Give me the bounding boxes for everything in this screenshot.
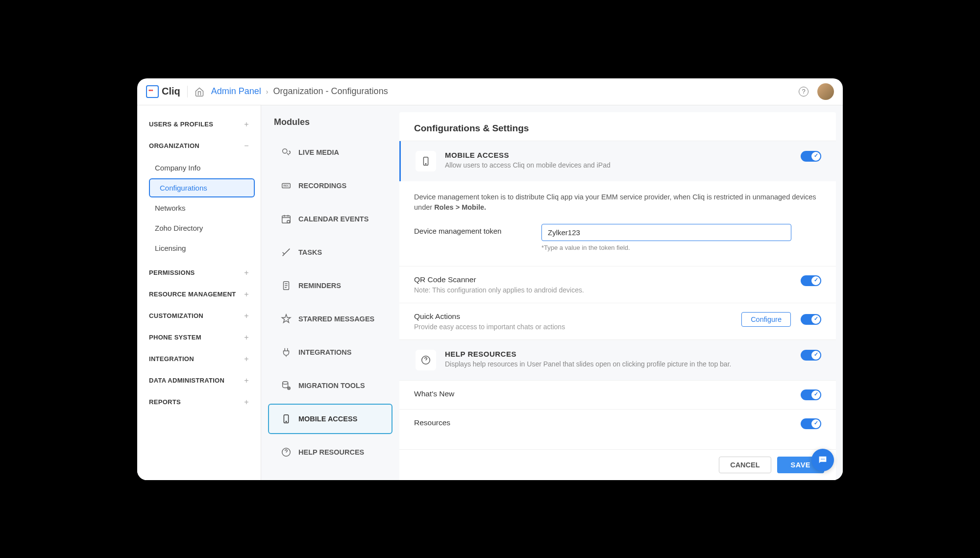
app-logo[interactable]: Cliq — [146, 85, 180, 98]
token-label: Device management token — [414, 224, 522, 235]
plus-icon: + — [244, 120, 249, 129]
svg-point-0 — [283, 148, 287, 153]
svg-point-4 — [287, 220, 290, 223]
home-icon[interactable] — [195, 87, 204, 97]
help-icon — [281, 447, 292, 458]
nav-permissions[interactable]: PERMISSIONS+ — [137, 264, 261, 282]
nav-zoho-directory[interactable]: Zoho Directory — [137, 218, 261, 238]
svg-point-16 — [821, 459, 822, 460]
nav-phone-system[interactable]: PHONE SYSTEM+ — [137, 328, 261, 347]
token-hint: *Type a value in the token field. — [541, 244, 821, 251]
integrations-icon — [281, 347, 292, 358]
tasks-icon — [281, 247, 292, 258]
svg-point-17 — [822, 459, 823, 460]
modules-panel: Modules LIVE MEDIA REC RECORDINGS CALEND… — [261, 105, 399, 480]
reminders-icon — [281, 280, 292, 291]
toggle-mobile-access[interactable] — [801, 151, 821, 162]
quick-desc: Provide easy access to important chats o… — [414, 323, 741, 331]
toggle-resources[interactable] — [801, 418, 821, 429]
mobile-icon — [281, 413, 292, 424]
plus-icon: + — [244, 312, 249, 320]
content-title: Configurations & Settings — [399, 112, 836, 141]
module-migration[interactable]: MIGRATION TOOLS — [268, 370, 392, 401]
breadcrumb-admin[interactable]: Admin Panel — [211, 86, 261, 97]
nav-networks[interactable]: Networks — [137, 198, 261, 218]
module-integrations[interactable]: INTEGRATIONS — [268, 337, 392, 367]
topbar: Cliq Admin Panel › Organization - Config… — [137, 78, 843, 105]
module-reminders[interactable]: REMINDERS — [268, 270, 392, 301]
sub-row-whatsnew: What's New — [399, 380, 836, 409]
nav-licensing[interactable]: Licensing — [137, 239, 261, 258]
module-tasks[interactable]: TASKS — [268, 237, 392, 267]
chat-fab[interactable] — [811, 449, 834, 471]
cancel-button[interactable]: CANCEL — [719, 457, 771, 473]
cliq-logo-icon — [146, 85, 159, 98]
content-body: MOBILE ACCESS Allow users to access Cliq… — [399, 141, 836, 449]
nav-company-info[interactable]: Company Info — [137, 158, 261, 177]
help-icon[interactable]: ? — [799, 87, 808, 97]
toggle-help-resources[interactable] — [801, 350, 821, 361]
form-row-token: Device management token *Type a value in… — [414, 224, 821, 251]
nav-reports[interactable]: REPORTS+ — [137, 393, 261, 412]
mobile-body-text: Device management token is to distribute… — [414, 192, 821, 214]
app-name: Cliq — [162, 86, 180, 97]
module-calendar[interactable]: CALENDAR EVENTS — [268, 204, 392, 234]
resources-title: Resources — [414, 418, 801, 427]
section-desc-help: Displays help resources in User Panel th… — [445, 360, 792, 368]
calendar-icon — [281, 214, 292, 224]
help-section-icon — [416, 350, 436, 370]
sub-row-resources: Resources — [399, 409, 836, 438]
nav-resource-mgmt[interactable]: RESOURCE MANAGEMENT+ — [137, 285, 261, 304]
chat-icon — [817, 455, 828, 465]
configure-button[interactable]: Configure — [741, 312, 791, 327]
section-title-mobile: MOBILE ACCESS — [445, 151, 792, 159]
svg-rect-3 — [282, 216, 291, 223]
toggle-qr-scanner[interactable] — [801, 275, 821, 286]
toggle-whats-new[interactable] — [801, 389, 821, 400]
quick-title: Quick Actions — [414, 312, 741, 321]
whatsnew-title: What's New — [414, 389, 801, 398]
user-avatar[interactable] — [817, 83, 834, 100]
live-media-icon — [281, 147, 292, 158]
nav-data-admin[interactable]: DATA ADMINISTRATION+ — [137, 371, 261, 390]
token-input[interactable] — [541, 224, 791, 241]
sub-row-quick: Quick Actions Provide easy access to imp… — [399, 303, 836, 340]
svg-point-14 — [425, 163, 426, 164]
recordings-icon: REC — [281, 180, 292, 191]
module-recordings[interactable]: REC RECORDINGS — [268, 170, 392, 201]
section-head-help: HELP RESOURCES Displays help resources i… — [399, 340, 836, 380]
nav-integration[interactable]: INTEGRATION+ — [137, 350, 261, 368]
nav-customization[interactable]: CUSTOMIZATION+ — [137, 307, 261, 325]
module-starred[interactable]: STARRED MESSAGES — [268, 304, 392, 334]
section-title-help: HELP RESOURCES — [445, 350, 792, 358]
plus-icon: + — [244, 268, 249, 277]
module-live-media[interactable]: LIVE MEDIA — [268, 137, 392, 168]
svg-point-9 — [286, 421, 286, 421]
section-desc-mobile: Allow users to access Cliq on mobile dev… — [445, 161, 792, 169]
plus-icon: + — [244, 398, 249, 407]
module-profile-settings[interactable]: PROFILE & SETTINGS — [268, 470, 392, 480]
sub-row-qr: QR Code Scanner Note: This configuration… — [399, 266, 836, 303]
breadcrumb-sep: › — [266, 88, 269, 96]
topbar-right: ? — [799, 83, 834, 100]
modules-title: Modules — [261, 105, 399, 134]
breadcrumb: Admin Panel › Organization - Configurati… — [211, 86, 388, 97]
main: USERS & PROFILES + ORGANIZATION − Compan… — [137, 105, 843, 480]
module-help-resources[interactable]: HELP RESOURCES — [268, 437, 392, 467]
section-head-mobile: MOBILE ACCESS Allow users to access Cliq… — [399, 141, 836, 181]
module-mobile-access[interactable]: MOBILE ACCESS — [268, 404, 392, 434]
toggle-quick-actions[interactable] — [801, 314, 821, 325]
section-mobile-access: MOBILE ACCESS Allow users to access Cliq… — [399, 141, 836, 340]
qr-title: QR Code Scanner — [414, 275, 801, 284]
footer: CANCEL SAVE — [399, 449, 836, 480]
svg-point-6 — [283, 381, 288, 384]
plus-icon: + — [244, 355, 249, 364]
star-icon — [281, 314, 292, 324]
section-help-resources: HELP RESOURCES Displays help resources i… — [399, 340, 836, 438]
nav-users-profiles[interactable]: USERS & PROFILES + — [137, 115, 261, 134]
nav-organization[interactable]: ORGANIZATION − — [137, 137, 261, 155]
plus-icon: + — [244, 376, 249, 385]
nav-configurations[interactable]: Configurations — [149, 178, 255, 197]
app-frame: Cliq Admin Panel › Organization - Config… — [137, 78, 843, 480]
migration-icon — [281, 380, 292, 391]
